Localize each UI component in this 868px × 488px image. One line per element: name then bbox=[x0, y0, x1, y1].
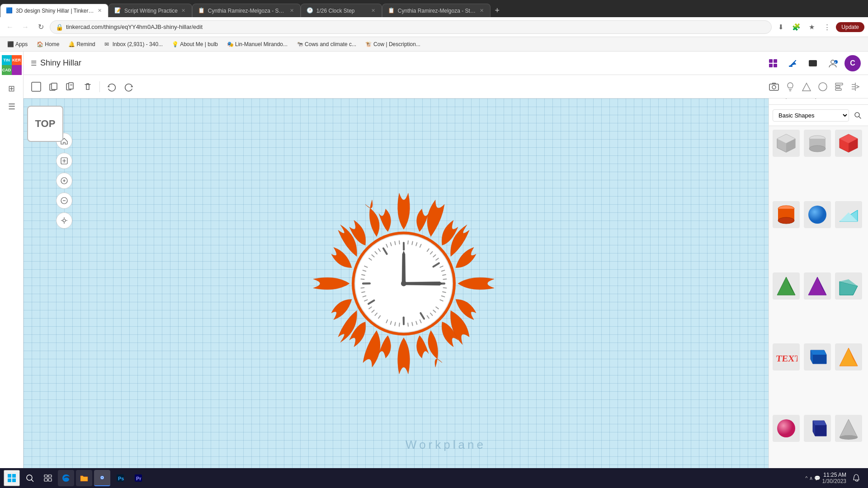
tab-4[interactable]: 🕐 1/26 Clock Step ✕ bbox=[301, 4, 382, 17]
new-tab-button[interactable]: + bbox=[491, 4, 504, 17]
tab-favicon-5: 📋 bbox=[388, 7, 395, 14]
tab-5[interactable]: 📋 Cynthia Ramirez-Melgoza - Step... ✕ bbox=[382, 4, 491, 17]
shapes-dropdown[interactable]: Basic Shapes bbox=[773, 109, 849, 122]
delete-button[interactable] bbox=[80, 80, 95, 94]
bookmark-cows[interactable]: 🐄 Cows and climate c... bbox=[293, 40, 360, 48]
shape-cone-grey[interactable] bbox=[835, 415, 862, 442]
tab-close-2[interactable]: ✕ bbox=[180, 7, 186, 14]
svg-text:Pr: Pr bbox=[136, 476, 142, 481]
svg-point-23 bbox=[63, 219, 66, 222]
hammer-icon-button[interactable] bbox=[785, 55, 801, 71]
zoom-in-button[interactable] bbox=[56, 173, 72, 189]
shape-tool-button[interactable] bbox=[799, 80, 814, 94]
tab-3[interactable]: 📋 Cynthia Ramirez-Melgoza - Scrip... ✕ bbox=[192, 4, 301, 17]
mirror-button[interactable] bbox=[848, 80, 863, 94]
taskbar-chrome-button[interactable] bbox=[94, 470, 110, 486]
address-bar[interactable]: 🔒 tinkercad.com/things/eqYY4hm0AJB-shiny… bbox=[50, 20, 772, 34]
bookmark-bulb[interactable]: 💡 About Me | bulb bbox=[168, 40, 222, 48]
lightbulb-button[interactable] bbox=[783, 80, 797, 94]
tab-close-5[interactable]: ✕ bbox=[479, 7, 485, 14]
tab-close-1[interactable]: ✕ bbox=[97, 7, 103, 14]
notification-button[interactable] bbox=[848, 470, 864, 486]
browser-menu-button[interactable]: ⋮ bbox=[821, 21, 833, 33]
update-button[interactable]: Update bbox=[836, 22, 864, 32]
taskbar-photoshop-button[interactable]: Ps bbox=[112, 470, 128, 486]
forward-button[interactable]: → bbox=[19, 21, 32, 33]
align-button[interactable] bbox=[832, 80, 846, 94]
profile-icon-button[interactable]: + bbox=[825, 55, 841, 71]
taskbar-search-button[interactable] bbox=[22, 470, 38, 486]
shape-sphere-blue[interactable] bbox=[804, 201, 831, 228]
circle-tool-button[interactable] bbox=[816, 80, 830, 94]
camera-button[interactable] bbox=[767, 80, 781, 94]
back-button[interactable]: ← bbox=[4, 21, 16, 33]
svg-line-38 bbox=[408, 241, 408, 244]
search-shapes-button[interactable] bbox=[851, 108, 864, 122]
shape-sphere-pink[interactable] bbox=[773, 415, 800, 442]
svg-line-72 bbox=[362, 292, 365, 292]
shape-box-dark-blue[interactable] bbox=[804, 343, 831, 371]
shape-cylinder-grey[interactable] bbox=[804, 130, 831, 157]
transform-button[interactable] bbox=[56, 212, 72, 229]
undo-button[interactable] bbox=[104, 80, 119, 94]
tab-2[interactable]: 📝 Script Writing Practice ✕ bbox=[108, 4, 192, 17]
taskbar-premiere-button[interactable]: Pr bbox=[130, 470, 146, 486]
svg-rect-4 bbox=[789, 66, 793, 67]
new-object-button[interactable] bbox=[29, 80, 43, 94]
shape-pyramid-green[interactable] bbox=[773, 272, 800, 300]
bookmark-apps[interactable]: ⬛ Apps bbox=[4, 40, 31, 48]
zoom-fit-button[interactable] bbox=[56, 153, 72, 169]
svg-point-112 bbox=[778, 217, 794, 224]
shape-pyramid-purple[interactable] bbox=[804, 272, 831, 300]
logo-dot bbox=[12, 65, 22, 75]
tab-close-4[interactable]: ✕ bbox=[370, 7, 376, 14]
logo-ker: KER bbox=[12, 55, 22, 65]
shape-box-grey[interactable] bbox=[773, 130, 800, 157]
bookmark-lin[interactable]: 🎭 Lin-Manuel Mirando... bbox=[223, 40, 291, 48]
svg-line-60 bbox=[412, 323, 412, 326]
shape-text-red[interactable]: TEXT bbox=[773, 343, 800, 371]
download-button[interactable]: ⬇ bbox=[774, 21, 787, 33]
user-avatar[interactable]: C bbox=[844, 55, 861, 71]
tab-close-3[interactable]: ✕ bbox=[289, 7, 295, 14]
bookmark-home[interactable]: 🏠 Home bbox=[33, 40, 63, 48]
grid-icon-button[interactable] bbox=[765, 55, 781, 71]
redo-button[interactable] bbox=[122, 80, 136, 94]
tinkercad-logo[interactable]: TIN KER CAD bbox=[2, 55, 22, 75]
bookmark-label-cows: Cows and climate c... bbox=[305, 41, 356, 47]
grid-view-toggle[interactable]: ⊞ bbox=[4, 80, 20, 97]
shape-box-red[interactable] bbox=[835, 130, 862, 157]
canvas-area[interactable]: Workplane bbox=[24, 99, 868, 470]
svg-rect-140 bbox=[44, 475, 47, 477]
top-view-button[interactable]: TOP bbox=[27, 106, 63, 142]
left-sidebar: TIN KER CAD ⊞ ☰ bbox=[0, 52, 24, 488]
taskbar-edge-button[interactable] bbox=[58, 470, 74, 486]
svg-rect-17 bbox=[835, 83, 843, 85]
extensions-button[interactable]: 🧩 bbox=[790, 21, 802, 33]
app-header: ☰ Shiny Hillar + C bbox=[24, 52, 868, 75]
paste-button[interactable] bbox=[63, 80, 78, 94]
shape-pyramid-yellow[interactable] bbox=[835, 343, 862, 371]
shape-wedge-teal[interactable] bbox=[835, 272, 862, 300]
reload-button[interactable]: ↻ bbox=[34, 21, 47, 33]
copy-button[interactable] bbox=[46, 80, 61, 94]
shape-box-navy[interactable] bbox=[804, 415, 831, 442]
tab-active[interactable]: 🟦 3D design Shiny Hillar | Tinkerca... ✕ bbox=[0, 4, 108, 17]
shape-cylinder-orange[interactable] bbox=[773, 201, 800, 228]
sidebar-menu-toggle[interactable]: ☰ bbox=[4, 99, 20, 115]
bookmark-inbox[interactable]: ✉ Inbox (2,931) - 340... bbox=[101, 40, 166, 48]
bookmark-remind[interactable]: 🔔 Remind bbox=[65, 40, 99, 48]
favorites-button[interactable]: ★ bbox=[805, 21, 818, 33]
shape-wedge-light-blue[interactable] bbox=[835, 201, 862, 228]
svg-line-74 bbox=[361, 279, 364, 280]
tab-favicon-3: 📋 bbox=[198, 7, 205, 14]
tab-title-2: Script Writing Practice bbox=[124, 8, 178, 14]
taskbar-explorer-button[interactable] bbox=[76, 470, 92, 486]
svg-point-146 bbox=[101, 477, 103, 479]
bookmark-label-remind: Remind bbox=[76, 41, 95, 47]
start-button[interactable] bbox=[4, 470, 20, 486]
zoom-out-button[interactable] bbox=[56, 192, 72, 209]
black-square-icon-button[interactable] bbox=[805, 55, 821, 71]
bookmark-cow2[interactable]: 🐮 Cow | Description... bbox=[362, 40, 424, 48]
taskbar-task-view-button[interactable] bbox=[40, 470, 56, 486]
